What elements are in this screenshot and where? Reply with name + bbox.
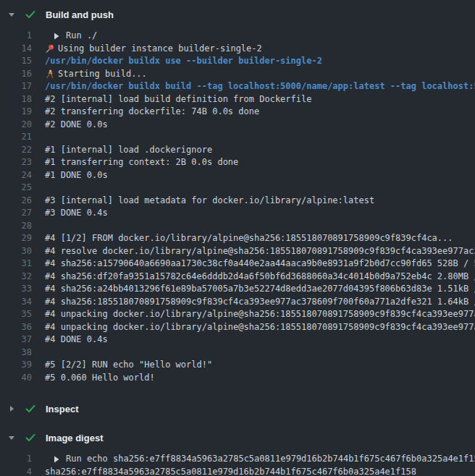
line-number[interactable]: 29 xyxy=(0,232,32,245)
log-line: 22#1 [internal] load .dockerignore xyxy=(0,144,475,157)
log-line: 14Using builder instance builder-single-… xyxy=(0,43,475,56)
log-line: 37#4 DONE 0.4s xyxy=(0,333,475,347)
section-header-inspect[interactable]: Inspect xyxy=(0,397,475,420)
play-icon[interactable] xyxy=(54,33,59,40)
line-number[interactable]: 16 xyxy=(0,68,32,81)
log-line: 36#4 unpacking docker.io/library/alpine@… xyxy=(0,321,475,334)
expand-group-control[interactable] xyxy=(54,453,59,466)
line-number[interactable]: 27 xyxy=(0,207,32,220)
log-text: #4 unpacking docker.io/library/alpine@sh… xyxy=(45,321,475,334)
log-text: #5 0.060 Hello world! xyxy=(45,372,155,385)
log-text: Using builder instance builder-single-2 xyxy=(58,43,262,56)
line-number[interactable]: 24 xyxy=(0,169,32,182)
line-number[interactable]: 4 xyxy=(0,466,32,476)
log-text: #4 sha256:a24bb4013296f61e89ba57005a7b3e… xyxy=(45,283,475,296)
log-line: 24#1 DONE 0.0s xyxy=(0,169,475,182)
log-line: 35#4 unpacking docker.io/library/alpine@… xyxy=(0,308,475,321)
line-number[interactable]: 31 xyxy=(0,258,32,271)
line-number[interactable]: 38 xyxy=(0,347,32,360)
log-line: 1Run ./ xyxy=(0,30,475,43)
section-log-build-and-push: 1Run ./14Using builder instance builder-… xyxy=(0,26,475,391)
log-text: #2 [internal] load build definition from… xyxy=(45,93,311,106)
log-text: Starting build... xyxy=(58,68,147,81)
section-title: Build and push xyxy=(46,9,114,20)
line-number[interactable]: 14 xyxy=(0,43,32,56)
log-text: #2 transferring dockerfile: 74B 0.0s don… xyxy=(45,106,259,119)
actions-log-page: { "colors": { "background": "#252a30", "… xyxy=(0,0,475,476)
check-icon xyxy=(25,10,35,19)
log-line: 4sha256:e7ff8834a5963a2785c5a0811e979d16… xyxy=(0,466,475,476)
log-text: Run echo sha256:e7ff8834a5963a2785c5a081… xyxy=(66,453,475,466)
check-icon xyxy=(25,404,35,413)
line-number[interactable]: 23 xyxy=(0,156,32,169)
expand-group-control[interactable] xyxy=(54,30,59,43)
line-number[interactable]: 22 xyxy=(0,144,32,157)
line-number[interactable]: 1 xyxy=(0,30,32,43)
line-number[interactable]: 28 xyxy=(0,220,32,233)
log-line: 19#2 transferring dockerfile: 74B 0.0s d… xyxy=(0,106,475,119)
log-text: sha256:e7ff8834a5963a2785c5a0811e979d16b… xyxy=(45,466,416,476)
line-number[interactable]: 30 xyxy=(0,245,32,258)
line-number[interactable]: 1 xyxy=(0,453,32,466)
log-line: 27#3 DONE 0.4s xyxy=(0,207,475,220)
line-number[interactable]: 36 xyxy=(0,321,32,334)
log-line: 31#4 sha256:a15790640a6690aa1730c38cf0a4… xyxy=(0,258,475,271)
log-text: #1 [internal] load .dockerignore xyxy=(45,144,212,157)
log-text: #2 DONE 0.0s xyxy=(45,119,108,132)
log-line: 21 xyxy=(0,131,475,144)
log-line: 40#5 0.060 Hello world! xyxy=(0,372,475,385)
line-number[interactable]: 19 xyxy=(0,106,32,119)
log-line: 38 xyxy=(0,347,475,360)
log-line: 23#1 transferring context: 2B 0.0s done xyxy=(0,156,475,169)
log-text: #3 DONE 0.4s xyxy=(45,207,108,220)
section-title: Image digest xyxy=(46,433,103,443)
chevron-down-icon[interactable] xyxy=(8,434,15,441)
log-line: 25 xyxy=(0,182,475,195)
line-number[interactable]: 17 xyxy=(0,80,32,93)
line-number[interactable]: 33 xyxy=(0,283,32,296)
log-line: 15/usr/bin/docker buildx use --builder b… xyxy=(0,55,475,68)
log-text: #4 sha256:185518070891758909c9f839cf4ca3… xyxy=(45,296,475,309)
log-line: 33#4 sha256:a24bb4013296f61e89ba57005a7b… xyxy=(0,283,475,296)
section-title: Inspect xyxy=(46,404,79,415)
log-text: #4 [1/2] FROM docker.io/library/alpine@s… xyxy=(45,232,453,245)
log-line: 1Run echo sha256:e7ff8834a5963a2785c5a08… xyxy=(0,453,475,466)
log-line: 29#4 [1/2] FROM docker.io/library/alpine… xyxy=(0,232,475,245)
log-line: 20#2 DONE 0.0s xyxy=(0,119,475,132)
log-text: #4 resolve docker.io/library/alpine@sha2… xyxy=(45,245,475,258)
log-line: 34#4 sha256:185518070891758909c9f839cf4c… xyxy=(0,296,475,309)
line-number[interactable]: 20 xyxy=(0,119,32,132)
log-text: #5 [2/2] RUN echo "Hello world!" xyxy=(45,359,212,372)
line-number[interactable]: 35 xyxy=(0,308,32,321)
chevron-down-icon[interactable] xyxy=(8,11,15,18)
line-number[interactable]: 37 xyxy=(0,333,32,347)
line-number[interactable]: 18 xyxy=(0,93,32,106)
line-number[interactable]: 32 xyxy=(0,271,32,284)
line-number[interactable]: 25 xyxy=(0,182,32,195)
line-number[interactable]: 26 xyxy=(0,195,32,208)
workflow-log-viewer: Build and push1Run ./14Using builder ins… xyxy=(0,0,475,476)
log-text: Run ./ xyxy=(66,30,97,43)
log-line: 18#2 [internal] load build definition fr… xyxy=(0,93,475,106)
section-log-image-digest: 1Run echo sha256:e7ff8834a5963a2785c5a08… xyxy=(0,449,475,476)
line-number[interactable]: 40 xyxy=(0,372,32,385)
log-line: 16Starting build... xyxy=(0,68,475,81)
log-line: 32#4 sha256:df20fa9351a15782c64e6dddb2d4… xyxy=(0,271,475,284)
check-icon xyxy=(25,433,35,442)
section-header-image-digest[interactable]: Image digest xyxy=(0,426,475,449)
play-icon[interactable] xyxy=(54,456,59,463)
log-text: #4 sha256:a15790640a6690aa1730c38cf0a440… xyxy=(45,258,475,271)
line-number[interactable]: 21 xyxy=(0,131,32,144)
log-text: #1 DONE 0.0s xyxy=(45,169,108,182)
runner-icon xyxy=(45,69,54,79)
log-text: #3 [internal] load metadata for docker.i… xyxy=(45,195,374,208)
log-text: #4 unpacking docker.io/library/alpine@sh… xyxy=(45,308,475,321)
log-command-text: /usr/bin/docker buildx use --builder bui… xyxy=(45,55,322,68)
section-header-build-and-push[interactable]: Build and push xyxy=(0,3,475,26)
log-line: 26#3 [internal] load metadata for docker… xyxy=(0,195,475,208)
line-number[interactable]: 15 xyxy=(0,55,32,68)
chevron-right-icon[interactable] xyxy=(8,405,15,412)
log-line: 39#5 [2/2] RUN echo "Hello world!" xyxy=(0,359,475,372)
line-number[interactable]: 39 xyxy=(0,359,32,372)
line-number[interactable]: 34 xyxy=(0,296,32,309)
